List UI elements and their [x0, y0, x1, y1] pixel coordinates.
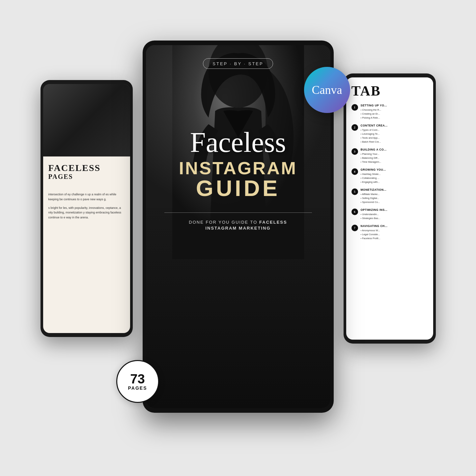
- title-instagram: INSTAGRAM: [179, 159, 297, 177]
- toc-section-number: 7: [351, 225, 358, 231]
- toc-item: Creating an Er...: [361, 112, 428, 116]
- pages-number: 73: [130, 372, 145, 385]
- title-faceless: Faceless: [190, 128, 286, 156]
- toc-section-content: BUILDING A CO...Planning Your...Balancin…: [361, 148, 428, 164]
- toc-section: 6OPTIMIZING INS...Understandin...Strateg…: [351, 208, 428, 220]
- toc-item: Types of Cont...: [361, 128, 428, 132]
- toc-section-title: BUILDING A CO...: [361, 148, 428, 151]
- toc-section: 4GROWING YOU...Hashtag Strate...Collabor…: [351, 168, 428, 184]
- tablet-left: FACELESS PAGES intersection of ey challe…: [41, 80, 133, 337]
- toc-section-content: SETTING UP YO...Choosing the R...Creatin…: [361, 104, 428, 120]
- left-body-para1: intersection of ey challenge n up a real…: [48, 192, 125, 202]
- toc-item: Faceless Profil...: [361, 237, 428, 240]
- left-subtitle: PAGES: [48, 173, 125, 180]
- toc-item: Engaging with...: [361, 180, 428, 184]
- toc-item: Time Managem...: [361, 160, 428, 164]
- toc-item: Understandin...: [361, 212, 428, 216]
- left-body-para2: s bright for les, with popularity, innov…: [48, 206, 125, 220]
- title-guide: GUIDE: [196, 177, 280, 199]
- done-for-label: DONE FOR YOU GUIDE TO FACELESS: [189, 219, 287, 225]
- toc-item: Anonymous W...: [361, 229, 428, 233]
- toc-section-content: CONTENT CREA...Types of Cont...Leveragin…: [361, 124, 428, 144]
- toc-section-number: 2: [351, 124, 358, 131]
- toc-section-title: MONETIZATION...: [361, 188, 428, 191]
- cover-divider: [164, 212, 312, 213]
- canva-badge: Canva: [304, 67, 350, 113]
- pages-label: PAGES: [128, 385, 147, 391]
- toc-section: 2CONTENT CREA...Types of Cont...Leveragi…: [351, 124, 428, 144]
- toc-section-content: OPTIMIZING INS...Understandin...Strategi…: [361, 208, 428, 220]
- toc-item: Balancing Diff...: [361, 156, 428, 160]
- toc-title: TAB: [351, 84, 428, 98]
- toc-section: 5MONETIZATION...Affiliate Marke...Sellin…: [351, 188, 428, 204]
- toc-item: Sponsored Co...: [361, 200, 428, 204]
- toc-item: Choosing the R...: [361, 108, 428, 112]
- toc-section: 7NAVIGATING CH...Anonymous W...Legal Con…: [351, 224, 428, 240]
- toc-section-content: MONETIZATION...Affiliate Marke...Selling…: [361, 188, 428, 204]
- toc-item: Strategies Bas...: [361, 216, 428, 220]
- left-title: FACELESS: [48, 163, 125, 173]
- toc-section-number: 3: [351, 148, 358, 155]
- toc-section: 3BUILDING A CO...Planning Your...Balanci…: [351, 148, 428, 164]
- toc-item: Affiliate Marke...: [361, 192, 428, 196]
- main-scene: FACELESS PAGES intersection of ey challe…: [41, 41, 436, 436]
- tablet-right: TAB 1SETTING UP YO...Choosing the R...Cr…: [344, 73, 436, 344]
- marketing-label: INSTAGRAM MARKETING: [189, 225, 287, 231]
- toc-item: Selling Digital...: [361, 196, 428, 200]
- toc-section-title: GROWING YOU...: [361, 168, 428, 171]
- toc-section-number: 1: [351, 104, 358, 111]
- toc-section-content: NAVIGATING CH...Anonymous W...Legal Cons…: [361, 224, 428, 240]
- toc-section-title: SETTING UP YO...: [361, 104, 428, 107]
- toc-item: Leveraging Te...: [361, 132, 428, 136]
- toc-item: Legal Conside...: [361, 233, 428, 237]
- toc-item: Picking A Rele...: [361, 116, 428, 120]
- step-badge: STEP · BY · STEP: [203, 58, 273, 69]
- toc-section-number: 6: [351, 209, 358, 215]
- pages-badge: 73 PAGES: [116, 360, 159, 403]
- toc-item: Planning Your...: [361, 152, 428, 156]
- cover-bottom-text: DONE FOR YOU GUIDE TO FACELESS INSTAGRAM…: [189, 219, 287, 231]
- toc-item: Batch Reel Cre...: [361, 140, 428, 144]
- canva-label: Canva: [312, 83, 342, 97]
- toc-section-title: NAVIGATING CH...: [361, 224, 428, 228]
- left-cover-image: [43, 84, 130, 156]
- toc-section-number: 4: [351, 168, 358, 175]
- toc-section-number: 5: [351, 188, 358, 195]
- toc-sections: 1SETTING UP YO...Choosing the R...Creati…: [351, 104, 428, 240]
- toc-section-title: OPTIMIZING INS...: [361, 208, 428, 211]
- toc-section-title: CONTENT CREA...: [361, 124, 428, 127]
- toc-item: Collaborating ...: [361, 176, 428, 180]
- toc-item: Hashtag Strate...: [361, 172, 428, 176]
- toc-section-content: GROWING YOU...Hashtag Strate...Collabora…: [361, 168, 428, 184]
- toc-section: 1SETTING UP YO...Choosing the R...Creati…: [351, 104, 428, 120]
- toc-item: Tools and App...: [361, 136, 428, 140]
